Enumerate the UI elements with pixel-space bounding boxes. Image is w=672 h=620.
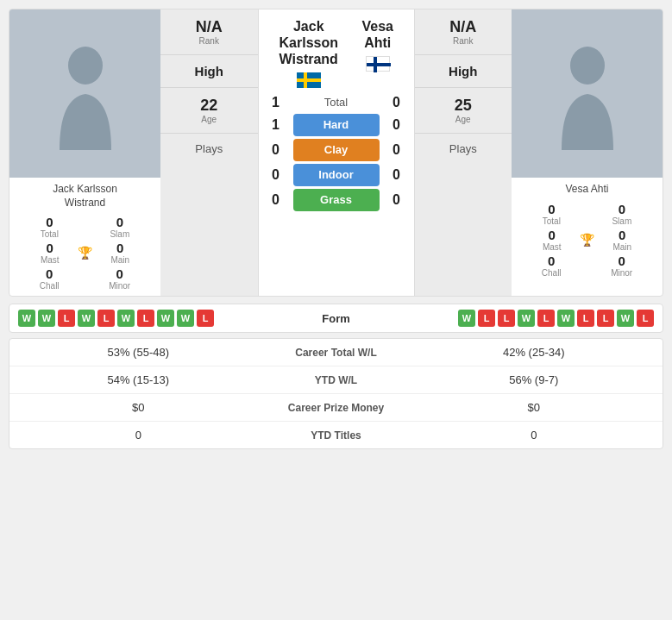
right-flag xyxy=(350,53,405,72)
main-container: Jack Karlsson Wistrand 0 Total 0 Slam xyxy=(0,0,672,458)
svg-point-0 xyxy=(68,47,103,85)
prize-money-label: Career Prize Money xyxy=(259,402,414,414)
scores-area: 1 Hard 0 0 Clay 0 0 Indoor 0 0 Grass xyxy=(259,114,414,218)
prize-money-left: $0 xyxy=(18,401,259,414)
right-name-block: Vesa Ahti xyxy=(350,18,405,90)
prize-money-right: $0 xyxy=(414,401,655,414)
comparison-area: Jack Karlsson Wistrand 0 Total 0 Slam xyxy=(9,9,663,297)
ytd-wl-right: 56% (9-7) xyxy=(414,373,655,386)
left-player-title: Jack Karlsson Wistrand xyxy=(267,18,350,68)
ytd-wl-left: 54% (15-13) xyxy=(18,373,259,386)
finland-flag-icon xyxy=(366,56,390,72)
form-badge-l: L xyxy=(58,310,75,327)
career-wl-label: Career Total W/L xyxy=(259,347,414,359)
right-player-col: Vesa Ahti 0 Total 0 Slam 0 xyxy=(512,9,663,296)
career-wl-row: 53% (55-48) Career Total W/L 42% (25-34) xyxy=(9,339,663,366)
right-age-cell: 25 Age xyxy=(415,88,512,134)
form-badge-l: L xyxy=(478,310,495,327)
career-wl-right: 42% (25-34) xyxy=(414,346,655,359)
grass-score-line: 0 Grass 0 xyxy=(267,189,405,211)
form-badge-l: L xyxy=(577,310,594,327)
form-badge-l: L xyxy=(637,310,654,327)
form-badge-w: W xyxy=(557,310,575,327)
right-player-name: Vesa Ahti xyxy=(512,178,663,200)
prize-money-row: $0 Career Prize Money $0 xyxy=(9,394,663,422)
form-badge-l: L xyxy=(597,310,614,327)
form-badges-right: WLLWLWLLWL xyxy=(371,310,655,327)
left-stat-box: N/A Rank High 22 Age Plays xyxy=(160,9,259,296)
clay-tag: Clay xyxy=(293,139,380,161)
form-badge-w: W xyxy=(518,310,535,327)
form-badge-l: L xyxy=(137,310,154,327)
left-mini-stats: 0 Total 0 Slam 0 Mast 🏆 xyxy=(9,213,160,296)
form-badge-l: L xyxy=(197,310,214,327)
sweden-flag-icon xyxy=(297,72,321,88)
form-badge-l: L xyxy=(498,310,515,327)
form-section: WWLWLWLWWL Form WLLWLWLLWL xyxy=(9,304,663,333)
left-player-col: Jack Karlsson Wistrand 0 Total 0 Slam xyxy=(9,9,160,296)
right-trophy-icon: 🏆 xyxy=(580,233,594,247)
form-badge-w: W xyxy=(617,310,634,327)
form-badge-w: W xyxy=(177,310,194,327)
left-high-cell: High xyxy=(160,55,258,88)
left-age-cell: 22 Age xyxy=(160,88,258,134)
form-badge-l: L xyxy=(537,310,555,327)
left-plays-cell: Plays xyxy=(160,134,258,164)
ytd-wl-label: YTD W/L xyxy=(259,374,414,386)
left-portrait xyxy=(9,9,160,178)
hard-score-line: 1 Hard 0 xyxy=(267,114,405,136)
form-badge-w: W xyxy=(157,310,174,327)
right-avatar-svg xyxy=(553,38,622,150)
left-flag xyxy=(267,70,350,90)
stats-table: 53% (55-48) Career Total W/L 42% (25-34)… xyxy=(9,338,663,449)
form-badge-w: W xyxy=(18,310,35,327)
ytd-titles-row: 0 YTD Titles 0 xyxy=(9,422,663,448)
ytd-titles-right: 0 xyxy=(414,429,655,442)
right-player-title: Vesa Ahti xyxy=(350,18,405,51)
right-high-cell: High xyxy=(415,55,512,88)
form-badge-w: W xyxy=(117,310,135,327)
center-main: Jack Karlsson Wistrand Vesa Ahti xyxy=(259,9,414,296)
left-name-block: Jack Karlsson Wistrand xyxy=(267,18,350,90)
right-portrait xyxy=(512,9,663,178)
ytd-titles-left: 0 xyxy=(18,429,259,442)
form-badge-w: W xyxy=(458,310,475,327)
right-stat-box: N/A Rank High 25 Age Plays xyxy=(414,9,512,296)
form-badges-left: WWLWLWLWWL xyxy=(18,310,302,327)
left-rank-cell: N/A Rank xyxy=(160,9,258,55)
right-rank-cell: N/A Rank xyxy=(415,9,512,55)
form-badge-w: W xyxy=(38,310,55,327)
left-avatar-svg xyxy=(51,38,120,150)
trophy-icon: 🏆 xyxy=(78,246,92,260)
left-player-name: Jack Karlsson Wistrand xyxy=(9,178,160,213)
indoor-tag: Indoor xyxy=(293,164,380,186)
form-badge-l: L xyxy=(97,310,115,327)
right-plays-cell: Plays xyxy=(415,134,512,164)
career-wl-left: 53% (55-48) xyxy=(18,346,259,359)
total-line: 1 Total 0 xyxy=(259,95,414,110)
names-area: Jack Karlsson Wistrand Vesa Ahti xyxy=(259,9,414,95)
grass-tag: Grass xyxy=(293,189,380,211)
ytd-wl-row: 54% (15-13) YTD W/L 56% (9-7) xyxy=(9,366,663,394)
clay-score-line: 0 Clay 0 xyxy=(267,139,405,161)
ytd-titles-label: YTD Titles xyxy=(259,429,414,442)
form-badge-w: W xyxy=(78,310,95,327)
svg-point-1 xyxy=(570,47,605,85)
form-label: Form xyxy=(302,312,371,325)
indoor-score-line: 0 Indoor 0 xyxy=(267,164,405,186)
right-mini-stats: 0 Total 0 Slam 0 Mast 🏆 xyxy=(512,200,663,283)
hard-tag: Hard xyxy=(293,114,380,136)
